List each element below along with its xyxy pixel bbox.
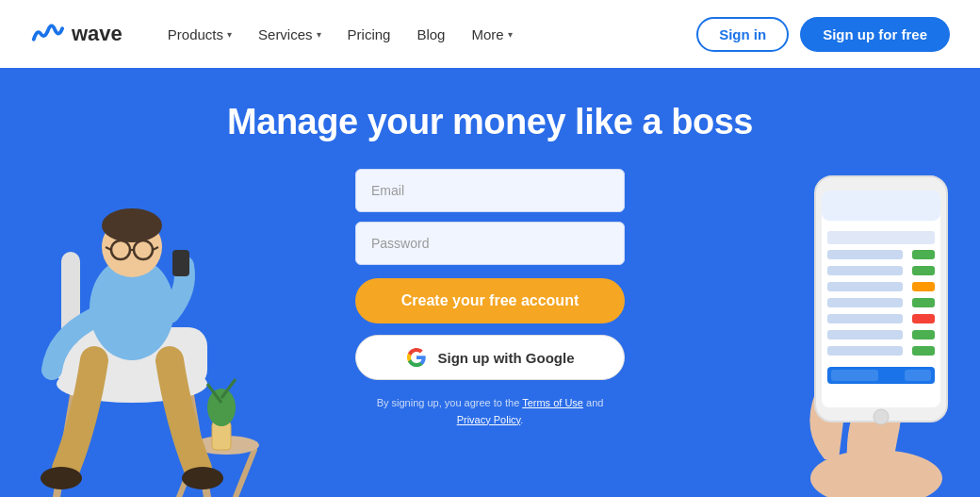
nav-links: Products ▾ Services ▾ Pricing Blog More … bbox=[168, 26, 696, 42]
svg-point-18 bbox=[182, 467, 223, 489]
nav-more[interactable]: More ▾ bbox=[471, 26, 512, 42]
svg-rect-43 bbox=[831, 370, 878, 381]
signup-button[interactable]: Sign up for free bbox=[800, 17, 950, 52]
svg-rect-38 bbox=[827, 330, 903, 340]
google-signup-button[interactable]: Sign up with Google bbox=[355, 335, 625, 380]
nav-actions: Sign in Sign up for free bbox=[696, 17, 950, 52]
person-illustration bbox=[0, 101, 264, 497]
phone-illustration bbox=[773, 120, 980, 497]
terms-text: By signing up, you agree to the Terms of… bbox=[377, 395, 604, 428]
create-account-button[interactable]: Create your free account bbox=[355, 278, 625, 323]
logo[interactable]: wave bbox=[30, 21, 122, 47]
navbar: wave Products ▾ Services ▾ Pricing Blog … bbox=[0, 0, 980, 68]
terms-link[interactable]: Terms of Use bbox=[522, 397, 583, 408]
svg-rect-44 bbox=[905, 370, 931, 381]
svg-rect-36 bbox=[827, 314, 903, 323]
svg-rect-27 bbox=[827, 231, 935, 244]
hero-title: Manage your money like a boss bbox=[227, 102, 753, 142]
svg-rect-31 bbox=[912, 266, 935, 275]
nav-blog[interactable]: Blog bbox=[416, 26, 445, 42]
wave-logo-icon bbox=[30, 21, 64, 47]
svg-rect-16 bbox=[172, 250, 189, 276]
svg-rect-29 bbox=[912, 250, 935, 259]
svg-point-10 bbox=[102, 208, 162, 242]
svg-rect-35 bbox=[912, 298, 935, 307]
svg-point-20 bbox=[207, 389, 236, 426]
nav-services[interactable]: Services ▾ bbox=[258, 26, 321, 42]
signup-form: Create your free account Sign up with Go… bbox=[355, 169, 625, 428]
chevron-down-icon: ▾ bbox=[508, 29, 513, 40]
nav-pricing[interactable]: Pricing bbox=[348, 26, 391, 42]
svg-line-3 bbox=[236, 450, 254, 497]
hero-section: Manage your money like a boss Create you… bbox=[0, 68, 980, 497]
svg-point-17 bbox=[41, 467, 82, 489]
chevron-down-icon: ▾ bbox=[317, 29, 321, 40]
email-field[interactable] bbox=[355, 169, 625, 212]
svg-rect-40 bbox=[827, 346, 903, 356]
google-icon bbox=[406, 347, 427, 368]
svg-rect-32 bbox=[827, 282, 903, 291]
chevron-down-icon: ▾ bbox=[227, 29, 232, 40]
svg-rect-39 bbox=[912, 330, 935, 340]
svg-point-45 bbox=[874, 409, 889, 424]
signin-button[interactable]: Sign in bbox=[696, 17, 789, 52]
password-field[interactable] bbox=[355, 222, 625, 265]
logo-text: wave bbox=[72, 22, 122, 46]
nav-products[interactable]: Products ▾ bbox=[168, 26, 232, 42]
svg-rect-41 bbox=[912, 346, 935, 356]
svg-rect-37 bbox=[912, 314, 935, 323]
svg-rect-28 bbox=[827, 250, 903, 259]
svg-rect-26 bbox=[822, 191, 940, 221]
svg-rect-30 bbox=[827, 266, 903, 275]
svg-rect-34 bbox=[827, 298, 903, 307]
privacy-link[interactable]: Privacy Policy bbox=[457, 414, 521, 425]
svg-rect-33 bbox=[912, 282, 935, 291]
